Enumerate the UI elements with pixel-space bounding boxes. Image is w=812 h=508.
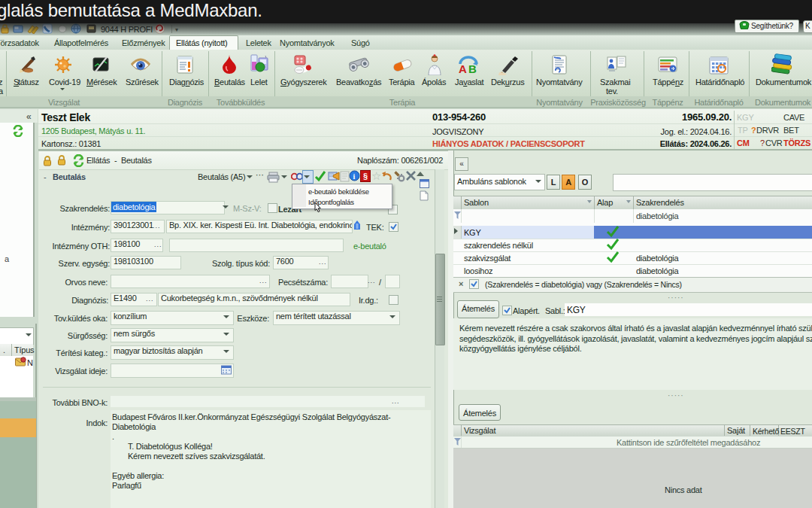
svg-text:B: B bbox=[468, 62, 477, 75]
svg-text:A: A bbox=[459, 62, 467, 75]
